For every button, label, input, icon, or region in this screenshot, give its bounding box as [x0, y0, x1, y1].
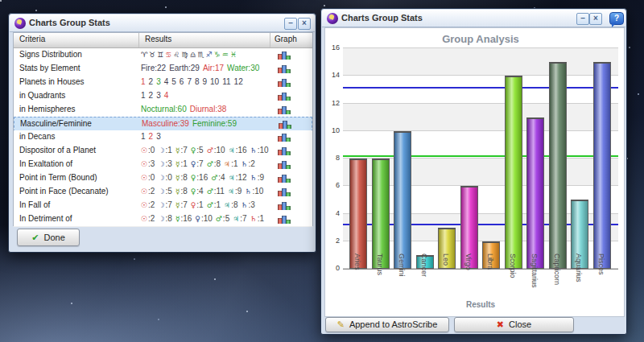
table-row[interactable]: in Quadrants1234	[14, 89, 312, 104]
close-button[interactable]: ×	[589, 13, 602, 25]
chart-close-label: Close	[509, 319, 531, 329]
planet-glyph: ♃	[229, 174, 235, 182]
table-row[interactable]: In Exaltation of☉:3☽:3☿:1♀:7♂:8♃:1♄:2	[14, 158, 312, 172]
planet-value: :2	[148, 187, 155, 196]
criteria-cell: Signs Distribution	[19, 50, 82, 59]
table-row[interactable]: Point in Term (Bound)☉:0☽:0☿:8♀:16♂:4♃:1…	[14, 171, 312, 186]
table-row[interactable]: In Detriment of☉:2☽:8☿:16♀:10♂:5♃:7♄:1	[14, 212, 312, 227]
chart-close-button[interactable]: ✖Close	[454, 317, 574, 332]
result-token: Air:17	[203, 64, 224, 72]
planet-value: :2	[148, 200, 155, 209]
planet-value: :7	[240, 214, 246, 223]
planet-value: :11	[214, 187, 225, 196]
zodiac-glyph: ♌	[173, 51, 180, 59]
result-token: 5	[171, 77, 176, 86]
minimize-button[interactable]: –	[284, 18, 297, 30]
stats-window: Charts Group Stats – × Criteria Results …	[8, 13, 316, 253]
result-token: 12	[234, 77, 243, 86]
bar-chart-icon[interactable]	[278, 133, 291, 142]
bar-chart-icon[interactable]	[278, 174, 291, 183]
planet-glyph: ♂	[207, 187, 213, 196]
planet-value: :7	[196, 159, 203, 168]
planet-value: :7	[180, 200, 187, 209]
bar-chart-icon[interactable]	[278, 78, 291, 87]
table-row[interactable]: Dispositor of a Planet☉:0☽:1☿:7♀:5♂:10♃:…	[14, 144, 312, 159]
planet-value: :16	[196, 173, 208, 182]
bar-chart-icon[interactable]	[278, 146, 291, 155]
table-row[interactable]: Point in Face (Decanate)☉:2☽:5☿:8♀:4♂:11…	[14, 185, 312, 200]
bar-chart-icon[interactable]	[278, 160, 291, 169]
planet-glyph: ☿	[175, 215, 180, 223]
chart-titlebar[interactable]: Charts Group Stats – × ?	[322, 10, 625, 27]
criteria-cell: in Decans	[19, 132, 55, 141]
bar-chart-icon[interactable]	[278, 105, 291, 114]
grid-band	[343, 104, 618, 131]
planet-value: :7	[180, 146, 187, 155]
table-header[interactable]: Criteria Results Graph	[14, 33, 312, 48]
table-row[interactable]: in Decans123	[14, 130, 312, 145]
chart-window: Charts Group Stats – × ? Group Analysis …	[320, 8, 627, 335]
criteria-cell: in Quadrants	[19, 91, 65, 100]
stats-titlebar[interactable]: Charts Group Stats – ×	[10, 14, 315, 32]
planet-value: :4	[196, 187, 203, 196]
results-cell: ☉:2☽:5☿:8♀:4♂:11♃:9♄:10	[141, 187, 266, 196]
x-icon: ✖	[497, 319, 504, 330]
y-axis-tick-label: 10	[327, 126, 340, 134]
planet-glyph: ☽	[158, 146, 164, 155]
table-row[interactable]: in HemispheresNocturnal:60Diurnal:38	[14, 103, 312, 117]
x-axis-label: Taurus	[376, 253, 384, 295]
criteria-cell: In Exaltation of	[19, 159, 72, 168]
grid-band	[343, 48, 618, 76]
zodiac-glyph: ♎	[189, 51, 196, 59]
header-cell-criteria[interactable]: Criteria	[19, 35, 45, 43]
planet-glyph: ♂	[216, 215, 222, 223]
x-axis-label: Leo	[442, 253, 450, 295]
y-axis-tick-label: 16	[327, 43, 340, 52]
results-cell: 123	[141, 132, 164, 141]
y-axis-tick-label: 8	[327, 154, 340, 162]
planet-glyph: ♀	[191, 187, 196, 196]
result-token: Earth:29	[169, 64, 200, 72]
result-token: 2	[149, 91, 154, 100]
bar-chart-icon[interactable]	[278, 64, 291, 73]
zodiac-glyph: ♈	[141, 51, 147, 59]
planet-glyph: ☿	[175, 201, 180, 209]
close-button[interactable]: ×	[298, 18, 311, 30]
table-row[interactable]: In Fall of☉:2☽:7☿:7♀:1♂:1♃:8♄:3	[14, 199, 312, 213]
criteria-cell: In Fall of	[19, 200, 50, 209]
results-cell: Fire:22Earth:29Air:17Water:30	[141, 64, 262, 72]
planet-value: :1	[258, 214, 264, 223]
zodiac-glyph: ♒	[222, 51, 229, 59]
zodiac-glyph: ♉	[149, 51, 155, 59]
x-axis-label: Cancer	[420, 253, 428, 295]
planet-glyph: ♃	[228, 187, 234, 196]
minimize-button[interactable]: –	[576, 13, 589, 25]
planet-glyph: ☿	[175, 187, 180, 196]
bar-chart-icon[interactable]	[278, 51, 291, 60]
append-button[interactable]: ✎Append to AstroScribe	[325, 317, 449, 332]
table-row[interactable]: Planets in Houses123456789101112	[14, 76, 312, 90]
planet-glyph: ♀	[191, 160, 196, 168]
results-cell: ☉:2☽:8☿:16♀:10♂:5♃:7♄:1	[141, 214, 267, 223]
planet-value: :5	[223, 214, 229, 223]
criteria-cell: Point in Term (Bound)	[19, 173, 97, 182]
result-token: 1	[141, 77, 146, 86]
result-token: 6	[180, 77, 184, 86]
bar-chart-icon[interactable]	[278, 201, 291, 210]
bar-chart-icon[interactable]	[278, 215, 291, 224]
header-cell-results[interactable]: Results	[145, 35, 171, 43]
header-cell-graph[interactable]: Graph	[275, 35, 297, 43]
planet-glyph: ♂	[207, 160, 213, 168]
table-row[interactable]: Stats by ElementFire:22Earth:29Air:17Wat…	[14, 62, 312, 76]
bar-chart-icon[interactable]	[278, 187, 291, 196]
results-cell: Masculine:39Feminine:59	[142, 119, 240, 128]
results-cell: ☉:2☽:7☿:7♀:1♂:1♃:8♄:3	[141, 200, 258, 209]
bar-chart-icon[interactable]	[278, 92, 291, 101]
window-title: Charts Group Stats	[341, 13, 423, 23]
x-axis-label: Virgo	[464, 253, 473, 295]
help-icon[interactable]: ?	[609, 12, 624, 25]
table-row[interactable]: Signs Distribution♈♉♊♋♌♍♎♏♐♑♒♓	[14, 48, 312, 63]
planet-glyph: ♃	[229, 146, 235, 155]
bar-chart-icon[interactable]	[279, 120, 291, 129]
done-button[interactable]: ✔Done	[17, 229, 80, 246]
